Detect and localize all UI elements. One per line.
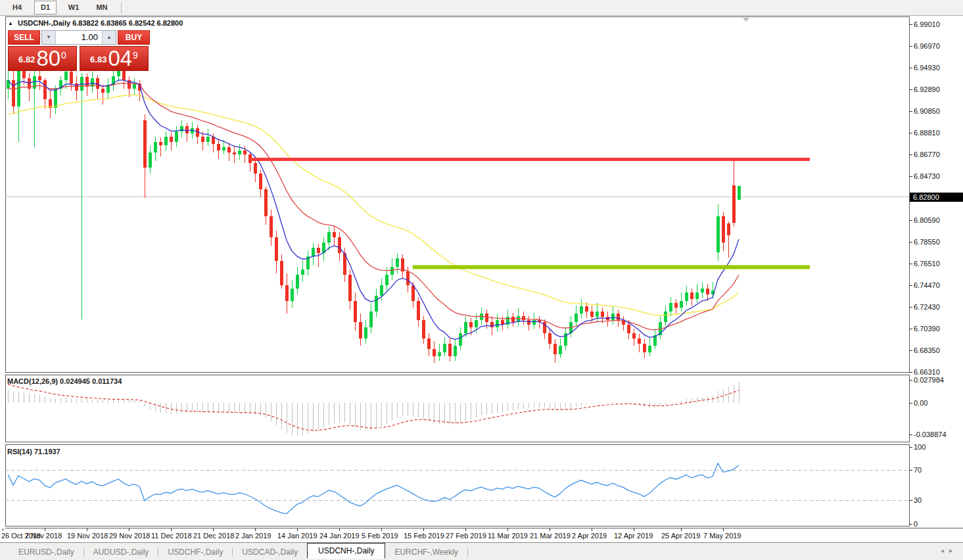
chart-ohlc-values: 6.83822 6.83865 6.82542 6.82800 — [72, 19, 183, 27]
candle-body — [685, 292, 688, 301]
candle-body — [648, 346, 651, 352]
panel-border — [6, 445, 910, 526]
candles-group — [7, 61, 741, 363]
candle-body — [233, 152, 236, 154]
sell-button[interactable]: SELL — [8, 30, 40, 45]
candle-body — [596, 312, 599, 317]
candle-body — [706, 289, 709, 295]
tab-usdchf[interactable]: USDCHF-,Daily — [158, 546, 232, 559]
level-line-support[interactable] — [413, 265, 810, 269]
candle-body — [285, 285, 289, 301]
candle-body — [70, 72, 73, 83]
rsi-value: 71.1937 — [34, 448, 60, 455]
candle-body — [617, 314, 620, 320]
candle-body — [222, 147, 225, 151]
price-axis-label: 6.80590 — [914, 216, 940, 224]
candle-body — [627, 325, 630, 333]
price-axis-label: 6.99010 — [914, 20, 940, 28]
candle-body — [38, 76, 41, 80]
sell-price-box[interactable]: 6.82 80 0 — [8, 46, 77, 71]
chart-canvas[interactable] — [0, 0, 963, 560]
volume-increase-icon[interactable]: ▲ — [102, 31, 116, 44]
sell-price-prefix: 6.82 — [18, 51, 35, 68]
candle-body — [638, 338, 641, 344]
price-axis-label: 6.88810 — [914, 129, 940, 137]
candle-body — [417, 301, 420, 320]
candle-body — [291, 289, 294, 301]
candle-body — [164, 137, 168, 145]
date-axis-label: 19 Nov 2018 — [67, 532, 108, 540]
chart-symbol-label: USDCNH-,Daily — [18, 19, 70, 27]
tab-eurchf[interactable]: EURCHF-,Weekly — [385, 546, 467, 559]
candle-body — [669, 303, 672, 312]
candle-body — [175, 131, 178, 142]
candle-body — [406, 271, 410, 285]
tab-separator — [467, 548, 468, 557]
candle-body — [611, 314, 615, 320]
chart-shift-marker-icon[interactable] — [743, 18, 749, 22]
candle-body — [427, 338, 431, 349]
date-axis-label: 11 Mar 2019 — [488, 532, 528, 540]
macd-histogram — [9, 382, 740, 436]
candle-body — [738, 186, 741, 200]
price-axis-label: 6.76510 — [914, 260, 940, 268]
candle-body — [590, 312, 594, 317]
buy-price-box[interactable]: 6.83 04 9 — [80, 46, 149, 71]
volume-spinner: ▼ 1.00 ▲ — [41, 30, 116, 45]
tab-scroll-right-icon[interactable]: ▸ — [949, 547, 958, 554]
candle-body — [511, 317, 515, 322]
candle-body — [443, 344, 446, 352]
volume-decrease-icon[interactable]: ▼ — [42, 31, 56, 44]
tab-audusd[interactable]: AUDUSD-,Daily — [84, 546, 158, 559]
sell-price-big: 80 — [36, 49, 60, 68]
macd-axis-label: -0.038874 — [914, 431, 947, 438]
price-axis-label: 6.78550 — [914, 238, 940, 246]
candle-body — [43, 80, 47, 99]
symbol-tab-bar: EURUSD-,Daily AUDUSD-,Daily USDCHF-,Dail… — [0, 542, 963, 560]
candle-body — [354, 301, 357, 322]
price-axis-label: 6.86770 — [914, 151, 940, 158]
candle-body — [254, 163, 257, 174]
rsi-label: RSI(14) 71.1937 — [7, 448, 60, 455]
candle-body — [480, 314, 483, 320]
date-axis-label: 15 Feb 2019 — [404, 532, 444, 540]
candle-body — [238, 151, 241, 154]
collapse-triangle-icon[interactable]: ▲ — [8, 20, 13, 26]
candle-body — [485, 314, 488, 322]
tab-usdcnh-active[interactable]: USDCNH-,Daily — [307, 543, 385, 559]
candle-body — [75, 83, 78, 91]
rsi-axis-label: 30 — [914, 496, 922, 504]
candle-body — [459, 333, 462, 346]
mt4-window: H4 D1 W1 MN ▲ USDCNH-,Daily 6.83822 6.83… — [0, 0, 963, 560]
price-axis-label: 6.72430 — [914, 303, 940, 311]
level-line-resistance[interactable] — [250, 158, 810, 161]
tab-eurusd[interactable]: EURUSD-,Daily — [9, 546, 83, 559]
tab-scroll-left-icon[interactable]: ◂ — [941, 547, 949, 554]
rsi-axis-label: 0 — [914, 520, 918, 528]
price-axis-label: 6.96970 — [914, 42, 940, 50]
candle-body — [149, 152, 152, 168]
candle-body — [732, 185, 736, 223]
candle-body — [280, 261, 283, 285]
date-axis-label: 29 Nov 2018 — [109, 532, 150, 540]
tab-usdcad[interactable]: USDCAD-,Daily — [233, 546, 307, 559]
candle-body — [243, 151, 247, 154]
candle-body — [522, 316, 525, 320]
date-axis-label: 11 Dec 2018 — [151, 532, 192, 540]
candle-body — [390, 267, 394, 274]
candle-body — [364, 327, 367, 338]
buy-price-big: 04 — [108, 49, 132, 68]
candle-body — [154, 142, 157, 152]
candle-body — [333, 232, 336, 237]
price-axis-label: 6.68350 — [914, 346, 940, 354]
candle-body — [143, 120, 147, 167]
one-click-trading-panel: SELL ▼ 1.00 ▲ BUY 6.82 80 0 6.83 04 9 — [8, 30, 150, 71]
candle-body — [553, 344, 557, 354]
candle-body — [680, 301, 683, 308]
candle-body — [433, 349, 436, 356]
date-axis-label: 21 Mar 2019 — [530, 532, 571, 540]
candle-body — [575, 314, 578, 322]
candle-body — [643, 344, 646, 352]
candle-body — [664, 312, 667, 322]
candle-body — [580, 306, 583, 314]
